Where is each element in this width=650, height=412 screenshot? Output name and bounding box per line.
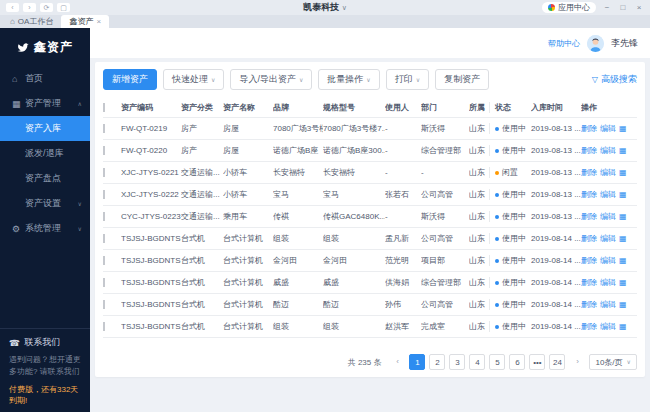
edit-link[interactable]: 编辑	[600, 145, 616, 156]
qrcode-icon[interactable]: ▦	[619, 212, 627, 221]
row-checkbox[interactable]	[103, 124, 105, 133]
column-header[interactable]: 规格型号	[323, 102, 385, 113]
column-header[interactable]: 部门	[421, 102, 469, 113]
edit-link[interactable]: 编辑	[600, 167, 616, 178]
user-name[interactable]: 李先锋	[611, 37, 638, 50]
edit-link[interactable]: 编辑	[600, 277, 616, 288]
page-button[interactable]: 4	[469, 354, 485, 370]
contact-title-row[interactable]: ☎ 联系我们	[9, 336, 81, 349]
edit-link[interactable]: 编辑	[600, 233, 616, 244]
asset-brand: 组装	[273, 321, 323, 332]
column-header[interactable]: 所属	[469, 102, 489, 113]
close-button[interactable]: ×	[634, 3, 644, 12]
qrcode-icon[interactable]: ▦	[619, 190, 627, 199]
column-header[interactable]: 资产分类	[181, 102, 223, 113]
sidebar-item-dispatch-return[interactable]: 派发/退库	[0, 141, 90, 166]
delete-link[interactable]: 删除	[581, 233, 597, 244]
delete-link[interactable]: 删除	[581, 123, 597, 134]
edit-link[interactable]: 编辑	[600, 189, 616, 200]
column-header[interactable]: 状态	[489, 102, 531, 113]
delete-link[interactable]: 删除	[581, 211, 597, 222]
column-header[interactable]: 品牌	[273, 102, 323, 113]
delete-link[interactable]: 删除	[581, 277, 597, 288]
qrcode-icon[interactable]: ▦	[619, 124, 627, 133]
forward-button[interactable]: ›	[23, 3, 36, 12]
page-size-select[interactable]: 10条/页 ∨	[589, 354, 637, 370]
sidebar-item-asset-settings[interactable]: 资产设置 ∨	[0, 191, 90, 216]
qrcode-icon[interactable]: ▦	[619, 146, 627, 155]
quick-process-button[interactable]: 快速处理 ∨	[163, 69, 224, 90]
row-checkbox[interactable]	[103, 168, 105, 177]
print-button[interactable]: 打印 ∨	[386, 69, 429, 90]
row-checkbox[interactable]	[103, 212, 105, 221]
close-icon[interactable]: ×	[96, 17, 101, 26]
qrcode-icon[interactable]: ▦	[619, 300, 627, 309]
page-button[interactable]: 3	[449, 354, 465, 370]
edit-link[interactable]: 编辑	[600, 299, 616, 310]
back-button[interactable]: ‹	[6, 3, 19, 12]
column-header[interactable]: 操作	[581, 102, 631, 113]
row-checkbox[interactable]	[103, 146, 105, 155]
row-checkbox[interactable]	[103, 190, 105, 199]
column-header[interactable]: 资产编码	[121, 102, 181, 113]
row-checkbox[interactable]	[103, 322, 105, 331]
page-button[interactable]: 2	[429, 354, 445, 370]
column-header[interactable]: 资产名称	[223, 102, 273, 113]
sidebar-item-label: 资产管理	[25, 97, 61, 110]
qrcode-icon[interactable]: ▦	[619, 256, 627, 265]
edit-link[interactable]: 编辑	[600, 255, 616, 266]
asset-model: 诺德广场B座300...	[323, 145, 385, 156]
refresh-button[interactable]: ⟳	[40, 3, 53, 12]
select-all-checkbox[interactable]	[103, 103, 105, 112]
maximize-button[interactable]: □	[618, 3, 628, 12]
prev-page-button[interactable]: ‹	[389, 354, 405, 370]
delete-link[interactable]: 删除	[581, 167, 597, 178]
edit-link[interactable]: 编辑	[600, 123, 616, 134]
next-page-button[interactable]: ›	[569, 354, 585, 370]
delete-link[interactable]: 删除	[581, 321, 597, 332]
sidebar-item-asset-management[interactable]: ▦ 资产管理 ∧	[0, 91, 90, 116]
status-label: 使用中	[502, 321, 526, 332]
page-button[interactable]: 5	[489, 354, 505, 370]
sidebar-item-asset-inbound[interactable]: 资产入库	[0, 116, 90, 141]
minimize-button[interactable]: −	[602, 3, 612, 12]
qrcode-icon[interactable]: ▦	[619, 278, 627, 287]
import-export-button[interactable]: 导入/导出资产 ∨	[230, 69, 312, 90]
advanced-search-label: 高级搜索	[601, 73, 637, 86]
layout-button[interactable]: ▢	[57, 3, 70, 12]
page-button[interactable]: 6	[509, 354, 525, 370]
edit-link[interactable]: 编辑	[600, 321, 616, 332]
row-checkbox[interactable]	[103, 256, 105, 265]
edit-link[interactable]: 编辑	[600, 211, 616, 222]
page-button[interactable]: •••	[529, 354, 545, 370]
add-asset-button[interactable]: 新增资产	[103, 69, 157, 90]
copy-asset-button[interactable]: 复制资产	[435, 69, 489, 90]
qrcode-icon[interactable]: ▦	[619, 322, 627, 331]
row-checkbox[interactable]	[103, 234, 105, 243]
qrcode-icon[interactable]: ▦	[619, 168, 627, 177]
tab-xin-asset[interactable]: 鑫资产 ×	[61, 15, 109, 28]
batch-operation-button[interactable]: 批量操作 ∨	[318, 69, 379, 90]
sidebar-item-home[interactable]: ⌂ 首页	[0, 66, 90, 91]
sidebar-item-system-management[interactable]: ⚙ 系统管理 ∨	[0, 216, 90, 241]
contact-description: 遇到问题？想开通更多功能? 请联系我们	[9, 354, 81, 378]
app-center-button[interactable]: 应用中心	[542, 2, 596, 13]
column-header[interactable]: 使用人	[385, 102, 421, 113]
delete-link[interactable]: 删除	[581, 299, 597, 310]
asset-company: 山东	[469, 299, 489, 310]
tab-oa-workbench[interactable]: ⌂ OA工作台	[2, 15, 61, 28]
row-checkbox[interactable]	[103, 300, 105, 309]
help-center-link[interactable]: 帮助中心	[548, 38, 580, 49]
delete-link[interactable]: 删除	[581, 189, 597, 200]
column-header[interactable]: 入库时间	[531, 102, 581, 113]
avatar[interactable]	[587, 35, 604, 52]
page-button[interactable]: 24	[549, 354, 565, 370]
qrcode-icon[interactable]: ▦	[619, 234, 627, 243]
sidebar-item-asset-inventory[interactable]: 资产盘点	[0, 166, 90, 191]
page-button[interactable]: 1	[409, 354, 425, 370]
row-checkbox[interactable]	[103, 278, 105, 287]
delete-link[interactable]: 删除	[581, 145, 597, 156]
advanced-search-button[interactable]: ▽ 高级搜索	[592, 73, 637, 86]
asset-company: 山东	[469, 189, 489, 200]
delete-link[interactable]: 删除	[581, 255, 597, 266]
